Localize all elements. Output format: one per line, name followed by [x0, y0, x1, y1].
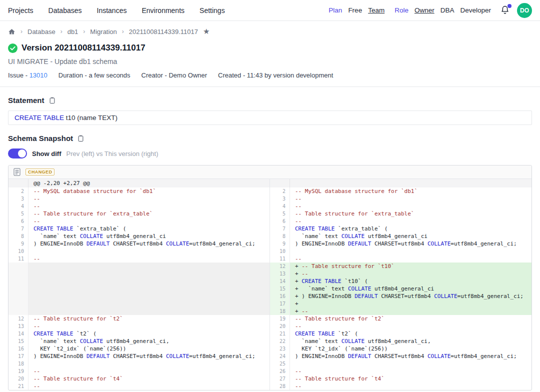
migration-subtitle: UI MIGRATE - Update db1 schema: [8, 58, 532, 66]
breadcrumb-db1[interactable]: db1: [68, 28, 78, 36]
role-developer[interactable]: Developer: [460, 6, 491, 14]
line-content: @@ -2,20 +2,27 @@: [28, 179, 270, 188]
diff-line: 19-- Table structure for `t2`: [270, 315, 532, 322]
line-number: 16: [270, 292, 290, 300]
line-content: --: [290, 368, 532, 375]
role-dba[interactable]: DBA: [440, 6, 454, 14]
diff-line: 24) ENGINE=InnoDB DEFAULT CHARSET=utf8mb…: [270, 352, 532, 360]
line-content: --: [28, 322, 270, 330]
line-content: ) ENGINE=InnoDB DEFAULT CHARSET=utf8mb4 …: [290, 240, 532, 248]
avatar[interactable]: DO: [517, 3, 532, 18]
diff-pane-left[interactable]: @@ -2,20 +2,27 @@2-- MySQL database stru…: [8, 179, 270, 390]
line-content: -- Table structure for `extra_table`: [28, 210, 270, 218]
diff-line: 22 `name` text COLLATE utf8mb4_general_c…: [270, 338, 532, 345]
line-content: -- Table structure for `extra_table`: [290, 210, 532, 218]
nav-links: Projects Databases Instances Environment…: [8, 6, 225, 14]
line-number: [8, 262, 28, 270]
line-number: 15: [8, 338, 28, 345]
line-number: 20: [8, 375, 28, 382]
statement-section: Statement CREATE TABLE t10 (name TEXT): [0, 96, 540, 125]
role-owner-link[interactable]: Owner: [414, 6, 434, 14]
line-number: 2: [270, 188, 290, 195]
breadcrumb-database[interactable]: Database: [28, 28, 56, 36]
line-content: [28, 278, 270, 285]
diff-line: [8, 292, 270, 300]
diff-line: 5-- Table structure for `extra_table`: [270, 210, 532, 218]
diff-line: 12+ -- Table structure for `t10`: [270, 262, 532, 270]
diff-line: 10: [8, 248, 270, 255]
diff-header: CHANGED: [8, 166, 532, 179]
statement-box: CREATE TABLE t10 (name TEXT): [8, 110, 532, 125]
line-number: 16: [8, 345, 28, 352]
line-content: [28, 285, 270, 292]
line-number: 26: [270, 368, 290, 375]
line-content: [28, 292, 270, 300]
nav-item-projects[interactable]: Projects: [8, 6, 34, 14]
nav-right: Plan Free Team Role Owner DBA Developer …: [328, 3, 532, 18]
copy-schema-icon[interactable]: [77, 134, 84, 142]
line-number: 12: [8, 315, 28, 322]
sql-keyword: CREATE TABLE: [14, 114, 64, 122]
diff-line: 10: [270, 248, 532, 255]
sql-rest: t10 (name TEXT): [64, 114, 118, 122]
line-number: 4: [8, 202, 28, 210]
line-content: [290, 179, 532, 188]
line-content: [28, 262, 270, 270]
breadcrumb: › Database › db1 › Migration › 202110081…: [0, 21, 540, 40]
diff-line: 6--: [270, 218, 532, 225]
diff-line: 15+ `name` text COLLATE utf8mb4_general_…: [270, 285, 532, 292]
diff-line: 7CREATE TABLE `extra_table` (: [270, 225, 532, 232]
line-content: CREATE TABLE `t2` (: [290, 330, 532, 338]
show-diff-toggle[interactable]: [8, 148, 27, 158]
line-number: [8, 300, 28, 308]
line-number: 19: [270, 315, 290, 322]
line-content: + CREATE TABLE `t10` (: [290, 278, 532, 285]
breadcrumb-version[interactable]: 20211008114339.11017: [129, 28, 198, 36]
plan-value: Free: [348, 6, 362, 14]
line-number: 18: [270, 308, 290, 315]
issue-link[interactable]: 13010: [30, 72, 48, 79]
line-content: [28, 300, 270, 308]
line-content: [290, 248, 532, 255]
line-content: -- Table structure for `t2`: [290, 315, 532, 322]
line-number: 10: [270, 248, 290, 255]
diff-line: @@ -2,20 +2,27 @@: [8, 179, 270, 188]
diff-line: 17) ENGINE=InnoDB DEFAULT CHARSET=utf8mb…: [8, 352, 270, 360]
diff-line: 14CREATE TABLE `t2` (: [8, 330, 270, 338]
notification-dot: [508, 4, 512, 8]
notification-bell-icon[interactable]: [500, 5, 511, 16]
line-number: 2: [8, 188, 28, 195]
line-number: 4: [270, 202, 290, 210]
nav-item-environments[interactable]: Environments: [142, 6, 184, 14]
star-icon[interactable]: ★: [203, 27, 210, 36]
diff-line: 11--: [8, 255, 270, 262]
diff-line: 2-- MySQL database structure for `db1`: [8, 188, 270, 195]
line-number: [8, 285, 28, 292]
diff-line: 3--: [8, 195, 270, 202]
creator-meta: Creator - Demo Owner: [142, 72, 207, 79]
diff-line: 21CREATE TABLE `t2` (: [270, 330, 532, 338]
nav-item-databases[interactable]: Databases: [48, 6, 82, 14]
line-number: 5: [8, 210, 28, 218]
line-number: 8: [8, 232, 28, 240]
diff-line: 9) ENGINE=InnoDB DEFAULT CHARSET=utf8mb4…: [8, 240, 270, 248]
line-number: 13: [8, 322, 28, 330]
diff-line: [270, 179, 532, 188]
nav-item-instances[interactable]: Instances: [97, 6, 127, 14]
home-icon[interactable]: [8, 28, 16, 36]
breadcrumb-migration[interactable]: Migration: [90, 28, 116, 36]
nav-item-settings[interactable]: Settings: [200, 6, 225, 14]
line-content: -- MySQL database structure for `db1`: [28, 188, 270, 195]
line-content: --: [28, 202, 270, 210]
line-number: 17: [270, 300, 290, 308]
copy-statement-icon[interactable]: [48, 96, 56, 104]
diff-line: 16 KEY `t2_idx` (`name`(256)): [8, 345, 270, 352]
diff-line: 26--: [270, 368, 532, 375]
line-number: 7: [270, 225, 290, 232]
diff-pane-right[interactable]: 2-- MySQL database structure for `db1`3-…: [270, 179, 532, 390]
line-number: 14: [270, 278, 290, 285]
plan-label: Plan: [328, 6, 342, 14]
diff-line: 13+ --: [270, 270, 532, 278]
line-content: --: [28, 368, 270, 375]
plan-team-link[interactable]: Team: [368, 6, 384, 14]
